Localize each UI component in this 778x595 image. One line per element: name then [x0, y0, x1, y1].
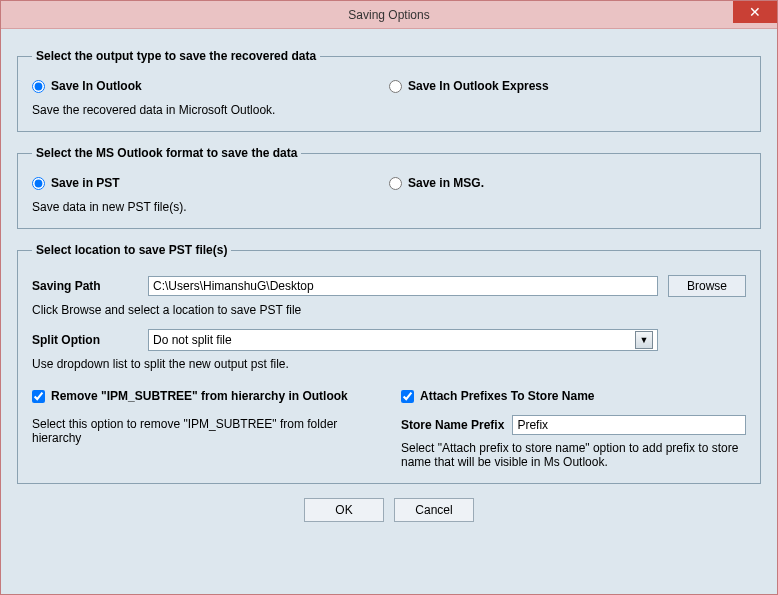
saving-path-label: Saving Path	[32, 279, 148, 293]
save-in-msg-label: Save in MSG.	[408, 176, 484, 190]
split-option-help: Use dropdown list to split the new outpu…	[32, 357, 746, 371]
title-bar: Saving Options ✕	[1, 1, 777, 29]
browse-button[interactable]: Browse	[668, 275, 746, 297]
save-in-pst-radio[interactable]	[32, 177, 45, 190]
save-in-outlook-label: Save In Outlook	[51, 79, 142, 93]
close-button[interactable]: ✕	[733, 1, 777, 23]
save-location-group: Select location to save PST file(s) Savi…	[17, 243, 761, 484]
window-title: Saving Options	[348, 8, 429, 22]
chevron-down-icon[interactable]: ▼	[635, 331, 653, 349]
split-option-select[interactable]: Do not split file ▼	[148, 329, 658, 351]
remove-ipm-subtree-checkbox[interactable]	[32, 390, 45, 403]
output-type-legend: Select the output type to save the recov…	[32, 49, 320, 63]
attach-prefix-checkbox[interactable]	[401, 390, 414, 403]
cancel-button[interactable]: Cancel	[394, 498, 474, 522]
output-type-description: Save the recovered data in Microsoft Out…	[32, 103, 746, 117]
outlook-format-group: Select the MS Outlook format to save the…	[17, 146, 761, 229]
dialog-button-bar: OK Cancel	[9, 498, 769, 522]
attach-prefix-label: Attach Prefixes To Store Name	[420, 389, 595, 403]
saving-path-help: Click Browse and select a location to sa…	[32, 303, 746, 317]
split-option-label: Split Option	[32, 333, 148, 347]
store-name-prefix-label: Store Name Prefix	[401, 418, 504, 432]
remove-ipm-subtree-label: Remove "IPM_SUBTREE" from hierarchy in O…	[51, 389, 348, 403]
save-in-outlook-radio[interactable]	[32, 80, 45, 93]
save-in-msg-radio[interactable]	[389, 177, 402, 190]
save-in-pst-label: Save in PST	[51, 176, 120, 190]
save-in-pst-option[interactable]: Save in PST	[32, 176, 389, 190]
store-name-prefix-input[interactable]	[512, 415, 746, 435]
save-in-msg-option[interactable]: Save in MSG.	[389, 176, 746, 190]
remove-ipm-subtree-help: Select this option to remove "IPM_SUBTRE…	[32, 417, 372, 445]
save-in-outlook-express-label: Save In Outlook Express	[408, 79, 549, 93]
store-name-prefix-help: Select "Attach prefix to store name" opt…	[401, 441, 741, 469]
remove-ipm-subtree-option[interactable]: Remove "IPM_SUBTREE" from hierarchy in O…	[32, 389, 377, 403]
saving-path-input[interactable]	[148, 276, 658, 296]
saving-options-dialog: Saving Options ✕ Select the output type …	[0, 0, 778, 595]
save-in-outlook-express-radio[interactable]	[389, 80, 402, 93]
split-option-value: Do not split file	[153, 333, 635, 347]
outlook-format-description: Save data in new PST file(s).	[32, 200, 746, 214]
ok-button[interactable]: OK	[304, 498, 384, 522]
client-area: Select the output type to save the recov…	[9, 35, 769, 586]
outlook-format-legend: Select the MS Outlook format to save the…	[32, 146, 301, 160]
output-type-group: Select the output type to save the recov…	[17, 49, 761, 132]
save-location-legend: Select location to save PST file(s)	[32, 243, 231, 257]
close-icon: ✕	[749, 4, 761, 20]
save-in-outlook-option[interactable]: Save In Outlook	[32, 79, 389, 93]
save-in-outlook-express-option[interactable]: Save In Outlook Express	[389, 79, 746, 93]
attach-prefix-option[interactable]: Attach Prefixes To Store Name	[401, 389, 746, 403]
